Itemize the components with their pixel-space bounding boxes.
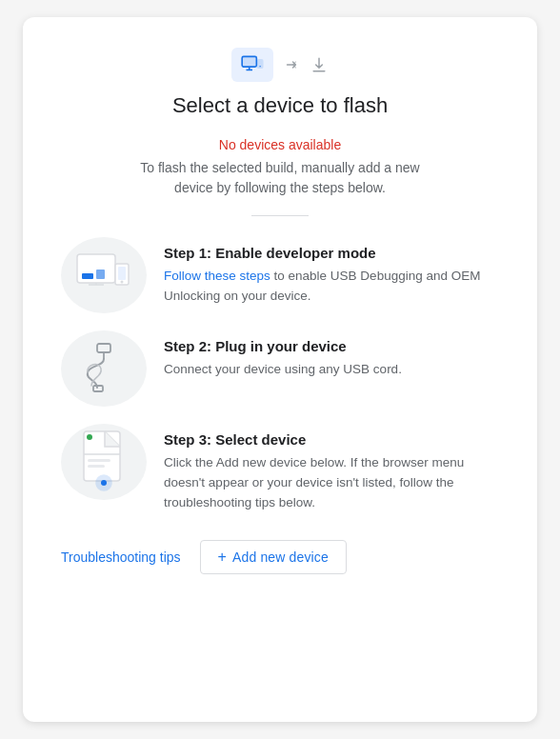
step-1-desc: Follow these steps to enable USB Debuggi… [164, 267, 499, 307]
svg-rect-22 [88, 465, 105, 468]
add-device-label: Add new device [232, 549, 329, 565]
svg-rect-17 [93, 386, 103, 391]
step-2-row: Step 2: Plug in your device Connect your… [61, 330, 499, 407]
step-3-row: Step 3: Select device Click the Add new … [61, 424, 499, 513]
step-3-illustration [61, 424, 147, 500]
step-1-illustration [61, 237, 147, 313]
step-2-illustration [61, 330, 147, 407]
step-2-desc: Connect your device using any USB cord. [164, 360, 499, 380]
step-1-title: Step 1: Enable developer mode [164, 245, 499, 261]
step-1-row: Step 1: Enable developer mode Follow the… [61, 237, 499, 313]
arrow-icon [283, 56, 300, 73]
svg-point-24 [101, 480, 107, 486]
step-1-content: Step 1: Enable developer mode Follow the… [164, 237, 499, 307]
add-device-button[interactable]: + Add new device [200, 540, 347, 574]
device-icon [231, 48, 273, 82]
divider [251, 215, 309, 216]
troubleshoot-link[interactable]: Troubleshooting tips [61, 549, 181, 565]
step-2-title: Step 2: Plug in your device [164, 338, 499, 354]
svg-rect-13 [118, 267, 126, 280]
svg-point-14 [121, 281, 124, 284]
step-3-title: Step 3: Select device [164, 431, 499, 448]
header-icons [231, 48, 329, 82]
plus-icon: + [218, 549, 227, 566]
step-3-desc: Click the Add new device below. If the b… [164, 453, 499, 513]
footer: Troubleshooting tips + Add new device [61, 540, 499, 574]
page-title: Select a device to flash [172, 93, 388, 118]
subtitle-text: To flash the selected build, manually ad… [128, 158, 432, 198]
svg-rect-21 [88, 459, 110, 462]
no-devices-status: No devices available [219, 137, 341, 152]
steps-container: Step 1: Enable developer mode Follow the… [61, 237, 499, 513]
svg-point-19 [87, 434, 92, 440]
step-2-content: Step 2: Plug in your device Connect your… [164, 330, 499, 380]
svg-rect-8 [82, 273, 93, 279]
svg-rect-0 [242, 56, 256, 67]
main-card: Select a device to flash No devices avai… [23, 17, 537, 722]
svg-rect-15 [97, 344, 110, 352]
follow-steps-link[interactable]: Follow these steps [164, 269, 270, 283]
download-icon [310, 55, 329, 74]
svg-rect-9 [96, 270, 105, 279]
step-3-content: Step 3: Select device Click the Add new … [164, 424, 499, 513]
